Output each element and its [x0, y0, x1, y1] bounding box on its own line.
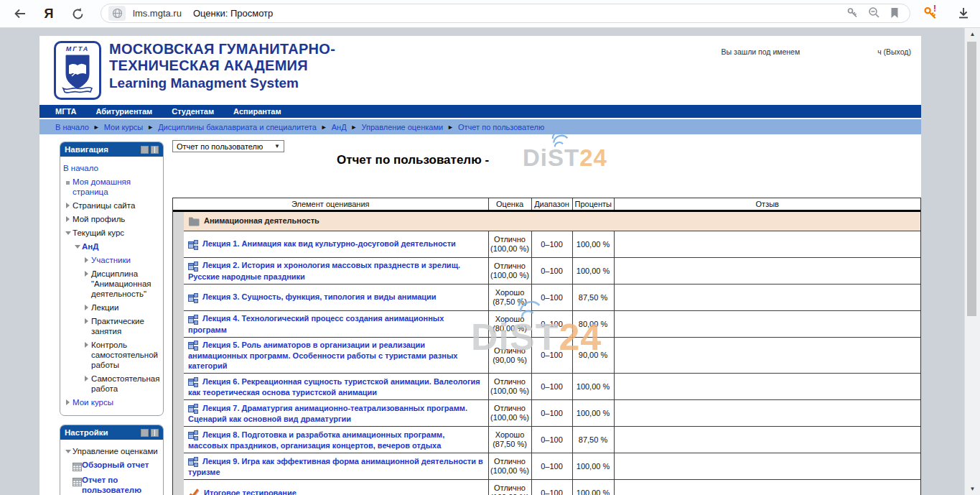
tree-item-label[interactable]: Моя домашняя страница — [73, 177, 160, 197]
collapse-icon[interactable] — [73, 241, 82, 249]
nav-item-аспирантам[interactable]: Аспирантам — [233, 107, 281, 116]
table-row: Лекция 2. История и хронология массовых … — [173, 258, 920, 284]
expand-icon[interactable] — [82, 302, 91, 310]
feedback-cell — [614, 427, 920, 453]
activity-link[interactable]: Лекция 1. Анимация как вид культурно-дос… — [202, 239, 456, 248]
expand-icon[interactable] — [63, 214, 73, 222]
feedback-cell — [614, 311, 920, 338]
bookmark-icon[interactable] — [890, 7, 900, 22]
activity-link[interactable]: Лекция 9. Игра как эффективная форма ани… — [188, 457, 483, 476]
activity-link[interactable]: Лекция 5. Роль аниматоров в организации … — [188, 341, 458, 370]
expand-icon[interactable] — [63, 200, 73, 208]
scroll-up-icon[interactable]: ▲ — [965, 31, 980, 37]
breadcrumb-link[interactable]: В начало — [55, 123, 89, 131]
table-row: Лекция 3. Сущность, функция, типология и… — [173, 284, 920, 311]
tree-item-label[interactable]: Самостоятельная работа — [91, 374, 160, 394]
indent-strip — [173, 311, 184, 338]
percent-cell: 90,00 % — [572, 338, 614, 374]
expand-icon[interactable] — [82, 269, 91, 277]
breadcrumb-link[interactable]: Отчет по пользователю — [458, 123, 544, 131]
grade-cell: Отлично(100,00 %) — [488, 480, 531, 495]
dock-block-icon[interactable] — [151, 146, 159, 154]
expand-icon[interactable] — [63, 397, 73, 405]
indent-strip — [173, 258, 184, 284]
indent-strip — [173, 338, 184, 374]
breadcrumb-link[interactable]: Мои курсы — [104, 123, 143, 131]
percent-cell: 100,00 % — [572, 374, 614, 400]
nav-item-абитуриентам[interactable]: Абитуриентам — [95, 107, 152, 116]
password-alert-icon[interactable]: ! — [923, 6, 938, 23]
table-row: Лекция 7. Драматургия анимационно-театра… — [173, 400, 920, 427]
tree-item-label[interactable]: Дисциплина "Анимационная деятельность" — [91, 269, 160, 299]
range-cell: 0–100 — [531, 311, 572, 338]
tree-item-label[interactable]: В начало — [63, 163, 160, 173]
expand-icon[interactable] — [82, 316, 91, 324]
table-row: Лекция 1. Анимация как вид культурно-дос… — [173, 231, 920, 258]
scroll-down-icon[interactable]: ▼ — [965, 486, 980, 492]
table-row: Лекция 8. Подготовка и разработка анимац… — [173, 427, 920, 453]
percent-cell: 100,00 % — [572, 480, 614, 495]
collapse-icon[interactable] — [63, 446, 73, 453]
login-prefix: Вы зашли под именем — [722, 47, 801, 56]
indent-strip — [173, 211, 184, 231]
scroll-thumb[interactable] — [967, 42, 976, 316]
category-row: Анимационная деятельность — [173, 211, 920, 231]
dock-block-icon[interactable] — [151, 429, 159, 437]
refresh-icon[interactable] — [69, 5, 86, 22]
activity-link[interactable]: Лекция 6. Рекреационная сущность туристс… — [188, 377, 480, 397]
activity-link[interactable]: Итоговое тестирование — [204, 489, 297, 495]
indent-strip — [173, 284, 184, 311]
indent-strip — [173, 231, 184, 258]
item-title-cell: Лекция 6. Рекреационная сущность туристс… — [184, 374, 488, 400]
indent-strip — [173, 480, 184, 495]
grade-cell: Отлично(100,00 %) — [488, 231, 531, 258]
tree-item-label[interactable]: АнД — [82, 241, 160, 251]
activity-link[interactable]: Лекция 2. История и хронология массовых … — [188, 261, 460, 280]
item-title-cell: Лекция 9. Игра как эффективная форма ани… — [184, 453, 488, 480]
tree-item-label[interactable]: Отчет по пользователю — [82, 475, 160, 495]
collapse-icon[interactable] — [63, 228, 73, 235]
report-type-select[interactable]: Отчет по пользователю ▼ — [172, 140, 284, 152]
breadcrumb-link[interactable]: Управление оценками — [362, 123, 444, 131]
category-cell: Анимационная деятельность — [184, 211, 920, 231]
site-header: МГТА МОСКОВСКАЯ ГУМАНИТАРНО- ТЕХНИЧЕСКАЯ… — [39, 36, 921, 105]
tree-item-label[interactable]: Управление оценками — [73, 446, 160, 456]
url-bar[interactable]: lms.mgta.ru Оценки: Просмотр — [101, 4, 910, 23]
tree-item-label[interactable]: Мои курсы — [73, 397, 160, 407]
nav-item-студентам[interactable]: Студентам — [172, 107, 214, 116]
yandex-icon[interactable]: Я — [40, 5, 57, 22]
scrollbar[interactable]: ▲ ▼ — [964, 27, 980, 495]
percent-cell: 100,00 % — [572, 400, 614, 427]
back-icon[interactable] — [11, 5, 29, 22]
tree-item-label[interactable]: Контроль самостоятельной работы — [91, 340, 160, 370]
expand-icon[interactable] — [82, 374, 91, 381]
nav-item-мгта[interactable]: МГТА — [55, 107, 76, 116]
navigation-block-header: Навигация — [60, 142, 163, 157]
tree-item-label[interactable]: Лекции — [91, 302, 160, 313]
key-icon[interactable] — [846, 6, 859, 22]
collapse-block-icon[interactable] — [141, 146, 149, 154]
activity-link[interactable]: Лекция 7. Драматургия анимационно-театра… — [188, 404, 467, 423]
tree-item-label[interactable]: Практические занятия — [91, 316, 160, 336]
tree-item-label[interactable]: Мой профиль — [73, 214, 160, 224]
breadcrumb-link[interactable]: АнД — [332, 123, 347, 131]
expand-icon[interactable] — [82, 340, 91, 348]
zoom-icon[interactable] — [868, 6, 880, 22]
expand-icon[interactable] — [82, 255, 91, 263]
tree-item-label[interactable]: Текущий курс — [73, 228, 160, 238]
tree-item: Участники — [62, 253, 161, 267]
logout-link[interactable]: ч (Выход) — [877, 47, 911, 56]
activity-link[interactable]: Лекция 3. Сущность, функция, типология и… — [202, 292, 437, 301]
settings-tree: Управление оценкамиОбзорный отчетОтчет п… — [60, 440, 163, 495]
range-cell: 0–100 — [531, 453, 572, 480]
activity-link[interactable]: Лекция 8. Подготовка и разработка анимац… — [188, 430, 444, 450]
tree-item-label[interactable]: Участники — [91, 255, 160, 265]
item-title-cell: Лекция 5. Роль аниматоров в организации … — [184, 338, 488, 374]
breadcrumb-link[interactable]: Дисциплины бакалавриата и специалитета — [158, 123, 317, 131]
table-row: Лекция 6. Рекреационная сущность туристс… — [173, 374, 920, 400]
download-icon[interactable] — [956, 6, 971, 23]
tree-item-label[interactable]: Обзорный отчет — [82, 460, 160, 470]
tree-item-label[interactable]: Страницы сайта — [73, 200, 160, 211]
collapse-block-icon[interactable] — [141, 429, 149, 437]
activity-link[interactable]: Лекция 4. Технологический процесс создан… — [188, 314, 444, 333]
